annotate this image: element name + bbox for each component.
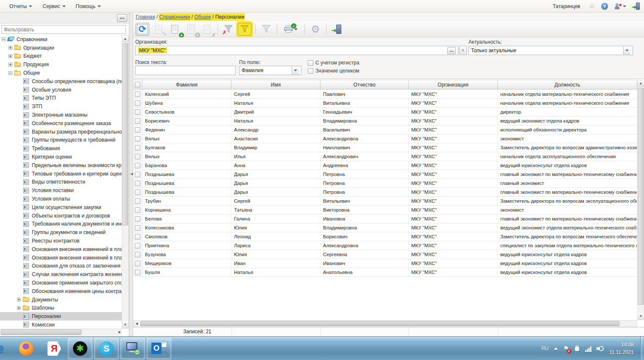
refresh-button[interactable]: ⟳: [136, 23, 149, 36]
row-checkbox-cell[interactable]: [133, 152, 142, 161]
row-checkbox[interactable]: [135, 190, 140, 195]
tree-item-реестры-контрактов[interactable]: Реестры контрактов: [0, 237, 122, 245]
row-checkbox[interactable]: [135, 270, 140, 275]
search-text-input[interactable]: [135, 66, 236, 75]
tree-item-типы-этп[interactable]: Типы ЭТП: [0, 94, 122, 103]
tree-item-условия-поставки[interactable]: Условия поставки: [0, 186, 122, 195]
edit-record-button[interactable]: ✎: [152, 23, 165, 36]
tree-item-критерии-оценки[interactable]: Критерии оценки: [0, 153, 122, 161]
clear-filter-button[interactable]: ✗: [222, 23, 235, 36]
tree-item-персоналии[interactable]: Персоналии: [0, 312, 122, 321]
row-checkbox-cell[interactable]: [133, 259, 142, 268]
row-checkbox[interactable]: [135, 136, 140, 142]
row-checkbox-cell[interactable]: [133, 197, 142, 205]
exit-button[interactable]: ➜: [330, 23, 344, 36]
table-row[interactable]: ВялыхИльяАлександровичМКУ "МХС"начальник…: [133, 152, 637, 161]
settings-button[interactable]: ⚙: [309, 23, 322, 36]
table-horizontal-scrollbar[interactable]: ◄: [133, 320, 637, 327]
row-checkbox[interactable]: [135, 261, 140, 266]
table-row[interactable]: ШубинаНатальяВитальевнаМКУ "МХС"начальни…: [133, 99, 637, 108]
tree-item-организации[interactable]: Организации: [0, 44, 122, 52]
profile-menu[interactable]: ✱: [614, 3, 626, 10]
scroll-down-arrow[interactable]: ▼: [638, 313, 644, 320]
row-checkbox-cell[interactable]: [133, 188, 142, 196]
row-checkbox-cell[interactable]: [133, 179, 142, 187]
tree-item-бюджет[interactable]: Бюджет: [0, 52, 122, 61]
delete-record-button[interactable]: ✗: [200, 23, 214, 36]
table-row[interactable]: БорисевичНатальяВладимировнаМКУ "МХС"вед…: [133, 117, 637, 126]
tree-item-особые-условия[interactable]: Особые условия: [0, 86, 122, 94]
organization-clear-button[interactable]: ×: [459, 46, 467, 55]
copy-record-button[interactable]: +: [184, 23, 198, 36]
by-field-dropdown-button[interactable]: [292, 66, 299, 75]
whole-value-checkbox-row[interactable]: Значение целиком: [308, 68, 360, 74]
row-checkbox-cell[interactable]: [133, 241, 142, 250]
row-checkbox[interactable]: [135, 225, 140, 231]
menubar-item-помощь[interactable]: Помощь: [71, 2, 106, 11]
tree-toggle-plus[interactable]: [8, 46, 12, 50]
scroll-down-arrow[interactable]: ▼: [122, 321, 128, 328]
table-row[interactable]: БушляНатальяАнатольевнаМКУ "МХС"ведущий …: [133, 268, 637, 277]
tree-item-электронные-магазины[interactable]: Электронные магазины: [0, 111, 122, 119]
table-row[interactable]: МещеряковИванИвановичМКУ "МХС"ведущий юр…: [133, 259, 637, 268]
yandex-browser-icon[interactable]: Я: [46, 340, 63, 357]
volume-icon[interactable]: [597, 345, 604, 352]
outlook-taskbar-button[interactable]: O: [147, 338, 171, 359]
hidden-icons-arrow[interactable]: [554, 347, 558, 350]
tree-horizontal-scrollbar[interactable]: ►: [0, 329, 122, 335]
table-vertical-scrollbar[interactable]: ▲ ▼: [637, 80, 644, 320]
show-desktop-button[interactable]: [640, 337, 644, 360]
column-header-4[interactable]: Организация: [409, 80, 498, 89]
tree-item-этп[interactable]: ЭТП: [0, 102, 122, 111]
tree-item-общее[interactable]: Общее: [0, 69, 122, 77]
menubar-item-отчеты[interactable]: Отчеты: [4, 2, 37, 11]
add-record-button[interactable]: +: [168, 23, 181, 36]
tree-item-группы-преимуществ-и-требований[interactable]: Группы преимуществ и требований: [0, 136, 122, 145]
row-checkbox-cell[interactable]: [133, 206, 142, 214]
internet-explorer-icon[interactable]: e: [0, 340, 4, 357]
tree-item-условия-оплаты[interactable]: Условия оплаты: [0, 195, 122, 203]
row-checkbox-cell[interactable]: [133, 108, 142, 116]
row-checkbox-cell[interactable]: [133, 268, 142, 276]
tree-vertical-scrollbar[interactable]: ▲ ▼: [122, 35, 129, 329]
row-checkbox[interactable]: [135, 207, 140, 213]
table-row[interactable]: КорнишинаТатьянаВикторовнаМКУ "МХС"эконо…: [133, 206, 637, 215]
table-row[interactable]: ПозднышеваДарьяПетровнаМКУ "МХС"главный …: [133, 179, 637, 188]
row-checkbox[interactable]: [135, 154, 140, 159]
actuality-select[interactable]: Только актуальные: [468, 46, 633, 55]
table-scroll-thumb[interactable]: [638, 88, 644, 305]
table-hscroll-thumb[interactable]: [140, 321, 619, 326]
filter-button[interactable]: [238, 23, 251, 36]
tree-item-комиссии[interactable]: Комиссии: [0, 321, 122, 329]
tree-item-способы-определения-поставщика-(подря[interactable]: Способы определения поставщика (подря: [0, 77, 122, 86]
tree-item-цели-осуществления-закупки[interactable]: Цели осуществления закупки: [0, 203, 122, 212]
organization-browse-button[interactable]: ...: [447, 47, 456, 54]
row-checkbox-cell[interactable]: [133, 161, 142, 170]
row-checkbox[interactable]: [135, 145, 140, 151]
action-center-flag-icon[interactable]: ⚑✗: [563, 345, 569, 352]
row-checkbox[interactable]: [135, 118, 140, 124]
table-row[interactable]: ПозднышеваДарьяПетровнаМКУ "МХС"главный …: [133, 188, 637, 197]
tree-item-виды-ответственности[interactable]: Виды ответственности: [0, 178, 122, 187]
firefox-icon[interactable]: [18, 340, 35, 357]
scroll-left-arrow[interactable]: ◄: [135, 321, 139, 326]
row-checkbox[interactable]: [135, 234, 140, 240]
row-checkbox[interactable]: [135, 252, 140, 257]
row-checkbox-cell[interactable]: [133, 126, 142, 134]
row-checkbox-cell[interactable]: [133, 117, 142, 125]
table-row[interactable]: СмоляковЛеонидБорисовичМКУ "МХС"Заместит…: [133, 232, 637, 241]
table-row[interactable]: БарановаАннаАндреевнаМКУ "МХС"ведущий юр…: [133, 161, 637, 170]
row-checkbox[interactable]: [135, 92, 140, 97]
tree-item-основания-внесения-изменений-в-план-за[interactable]: Основания внесения изменений в план за: [0, 254, 122, 262]
scroll-up-arrow[interactable]: ▲: [122, 36, 128, 42]
tree-item-типовые-требования-и-критерии-оценки[interactable]: Типовые требования и критерии оценки: [0, 170, 122, 178]
tree-item-обоснования-изменения-цены-контракта-в[interactable]: Обоснования изменения цены контракта в: [0, 287, 122, 296]
column-header-5[interactable]: Должность: [498, 80, 637, 89]
case-sensitive-checkbox-row[interactable]: С учетом регистра: [308, 60, 359, 66]
table-row[interactable]: ТрубинСергейВитальевичМКУ "МХС"Заместите…: [133, 197, 637, 206]
table-row[interactable]: ФедянинАлександрВасильевичМКУ "МХС"испол…: [133, 126, 637, 134]
help-icon[interactable]: ?: [601, 3, 608, 10]
tree-item-варианты-размера-преференциальной-ста[interactable]: Варианты размера преференциальной ста: [0, 128, 122, 136]
tree-hscroll-thumb[interactable]: [1, 329, 81, 335]
row-checkbox[interactable]: [135, 109, 140, 115]
